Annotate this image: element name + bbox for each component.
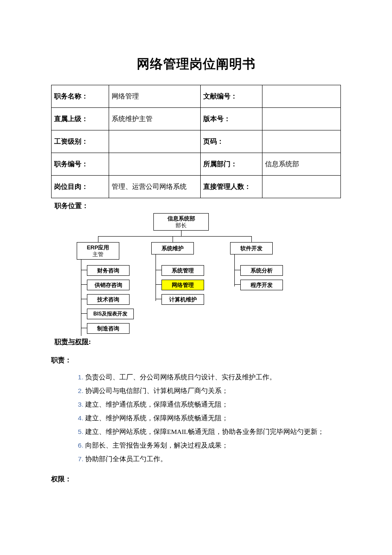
org-node-sys: 系统维护: [151, 242, 194, 254]
org-node-leaf: 技术咨询: [87, 294, 130, 305]
org-node-label: 系统管理: [172, 267, 194, 274]
org-node-label: 技术咨询: [97, 296, 119, 303]
responsibilities-list: 负责公司、工厂、分公司网络系统日勺设计、实行及维护工作。 协调公司与电信部门、计…: [51, 373, 341, 464]
org-node-label: 供销存咨询: [95, 282, 122, 288]
org-node-leaf: 财务咨询: [87, 265, 130, 276]
heading-position: 职务位置：: [55, 202, 341, 211]
org-node-leaf: 计算机维护: [161, 294, 204, 305]
org-node-sublabel: 部长: [156, 222, 207, 228]
heading-responsibilities: 职责：: [51, 356, 341, 365]
list-item: 建立、维护通信系统，保障通信系统畅通无阻；: [85, 400, 341, 409]
document-page: 网络管理岗位阐明书 职务名称： 网络管理 文献编号： 直属上级： 系统维护主管 …: [0, 0, 392, 517]
org-node-label: 计算机维护: [169, 296, 197, 303]
org-node-label: 系统分析: [251, 267, 273, 274]
org-node-leaf: BIS及报表开发: [87, 309, 134, 319]
cell-label: 直接管理人数：: [201, 176, 262, 198]
list-item: 负责公司、工厂、分公司网络系统日勺设计、实行及维护工作。: [85, 373, 341, 382]
org-node-sublabel: 主管: [79, 251, 117, 257]
cell-value: 系统维护主管: [109, 108, 201, 130]
info-table: 职务名称： 网络管理 文献编号： 直属上级： 系统维护主管 版本号： 工资级别：…: [51, 85, 341, 198]
org-node-label: 财务咨询: [97, 267, 119, 274]
org-node-label: 程序开发: [251, 282, 273, 288]
org-node-label: 制造咨询: [97, 325, 119, 332]
cell-value: [109, 130, 201, 153]
cell-value: 网络管理: [109, 85, 201, 108]
org-node-leaf: 制造咨询: [87, 323, 130, 334]
heading-authority: 权限：: [51, 475, 341, 484]
org-node-label: 网络管理: [172, 282, 194, 288]
cell-value: [262, 108, 341, 130]
list-item: 建立、维护网站系统，保障EMAIL畅通无阻，协助各业务部门完毕网站勺更新；: [85, 427, 341, 436]
cell-value: 信息系统部: [262, 153, 341, 176]
table-row: 职务名称： 网络管理 文献编号：: [52, 85, 341, 108]
list-item: 建立、维护网络系统，保障网络系统畅通无阻；: [85, 413, 341, 423]
list-item: 协调公司与电信部门、计算机网络厂商勺关系；: [85, 386, 341, 396]
cell-value: [109, 153, 201, 176]
list-item: 协助部门全体员工勺工作。: [85, 454, 341, 464]
org-node-label: 系统维护: [161, 245, 184, 251]
cell-value: [262, 176, 341, 198]
cell-label: 职务编号：: [52, 153, 109, 176]
org-node-dev: 软件开发: [230, 242, 273, 254]
table-row: 岗位目肉： 管理、运营公司网络系统 直接管理人数：: [52, 176, 341, 198]
cell-label: 版本号：: [201, 108, 262, 130]
org-node-label: 信息系统部: [167, 215, 195, 222]
org-node-leaf: 系统分析: [240, 265, 283, 276]
cell-label: 岗位目肉：: [52, 176, 109, 198]
list-item: 向部长、主管报告业务筹划，解决过程及成果；: [85, 441, 341, 450]
org-node-leaf: 系统管理: [161, 265, 204, 276]
org-node-erp: ERP应用 主管: [77, 242, 119, 260]
org-node-leaf: 程序开发: [240, 280, 283, 290]
cell-label: 职务名称：: [52, 85, 109, 108]
cell-value: 管理、运营公司网络系统: [109, 176, 201, 198]
org-node-top: 信息系统部 部长: [153, 213, 209, 231]
cell-label: 直属上级：: [52, 108, 109, 130]
cell-label: 页码：: [201, 130, 262, 153]
org-node-highlighted: 网络管理: [161, 280, 204, 290]
cell-label: 文献编号：: [201, 85, 262, 108]
org-chart: 信息系统部 部长 ERP应用 主管 系统维护 软件开发 财务咨询 供销存咨询 技…: [68, 213, 354, 345]
cell-value: [262, 130, 341, 153]
cell-label: 所属部门：: [201, 153, 262, 176]
cell-value: [262, 85, 341, 108]
org-node-label: BIS及报表开发: [93, 311, 127, 317]
cell-label: 工资级别：: [52, 130, 109, 153]
org-node-label: ERP应用: [87, 244, 110, 251]
org-node-leaf: 供销存咨询: [87, 280, 130, 290]
table-row: 工资级别： 页码：: [52, 130, 341, 153]
table-row: 直属上级： 系统维护主管 版本号：: [52, 108, 341, 130]
page-title: 网络管理岗位阐明书: [51, 55, 341, 73]
org-node-label: 软件开发: [240, 245, 262, 251]
table-row: 职务编号： 所属部门： 信息系统部: [52, 153, 341, 176]
